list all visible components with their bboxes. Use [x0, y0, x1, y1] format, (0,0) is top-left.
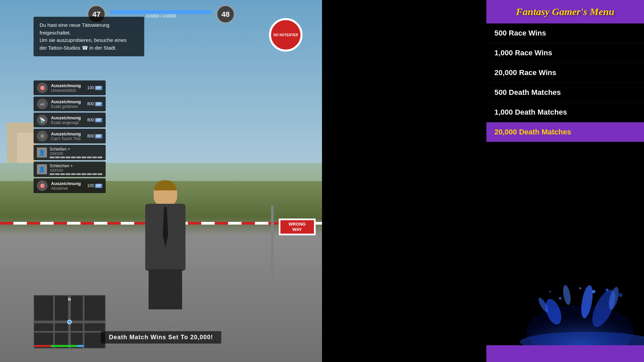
award-icon-4: ⚙ — [37, 131, 48, 141]
do-not-enter-sign: DO NOT ENTER — [266, 18, 306, 72]
awards-container: 🎯 Auszeichnung Unverwüstlich 100 RP 🏎 Au… — [34, 80, 106, 193]
skill-info-stealth: Schleichen + 100/100 — [50, 164, 102, 175]
health-fill — [111, 10, 211, 14]
rp-badge-2: RP — [95, 102, 102, 106]
minimap-svg: N — [34, 296, 105, 348]
svg-point-6 — [67, 320, 71, 324]
skill-val-shooting: 100/100 — [50, 152, 102, 156]
menu-item-20000-death-matches[interactable]: 20,000 Death Matches — [486, 122, 644, 142]
award-rp-3: 800 RP — [87, 118, 102, 122]
enter-text: ENTER — [286, 33, 298, 37]
award-subtitle-3: Exakt angesagt — [51, 120, 84, 125]
award-info-5: Auszeichnung Absahner — [51, 181, 84, 191]
subtitle-bar: Death Match Wins Set To 20,000! — [101, 331, 221, 344]
menu-panel: Fantasy Gamer's Menu 500 Race Wins 1,000… — [486, 0, 644, 362]
menu-item-20000-race-wins[interactable]: 20,000 Race Wins — [486, 63, 644, 83]
minimap: N — [34, 295, 106, 349]
award-item-5: 🎯 Auszeichnung Absahner 100 RP — [34, 178, 106, 193]
wrong-way-line1: WRONG — [288, 222, 306, 227]
skill-name-stealth: Schleichen + — [50, 164, 102, 168]
game-viewport: DO NOT ENTER WRONG WAY 47 416600 / 41660… — [0, 0, 322, 362]
skill-info-shooting: Schießen + 100/100 — [50, 147, 102, 158]
award-subtitle-1: Unverwüstlich — [51, 88, 84, 93]
award-title-4: Auszeichnung — [51, 131, 84, 136]
player-character — [135, 180, 196, 308]
award-item-2: 🏎 Auszeichnung Exakt gefahren 800 RP — [34, 97, 106, 111]
char-hair — [154, 180, 177, 190]
rp-value-3: 800 — [87, 118, 94, 122]
wrong-way-line2: WAY — [292, 227, 302, 232]
notification-box: Du hast eine neue Tätowierung freigescha… — [34, 17, 144, 56]
level-badge-right: 48 — [216, 5, 235, 23]
svg-point-16 — [562, 285, 572, 306]
svg-point-19 — [579, 287, 581, 289]
menu-bottom-bar — [486, 345, 644, 362]
menu-decoration — [486, 272, 644, 345]
rp-value-2: 800 — [87, 102, 94, 106]
sign-pole — [271, 206, 274, 290]
award-subtitle-4: Can't Touch This — [51, 136, 84, 141]
menu-header: Fantasy Gamer's Menu — [486, 0, 644, 23]
award-info-4: Auszeichnung Can't Touch This — [51, 131, 84, 141]
menu-item-500-race-wins[interactable]: 500 Race Wins — [486, 23, 644, 43]
menu-item-500-death-matches[interactable]: 500 Death Matches — [486, 83, 644, 103]
award-subtitle-2: Exakt gefahren — [51, 104, 84, 109]
award-info-1: Auszeichnung Unverwüstlich — [51, 83, 84, 93]
do-not-enter-text: DO NOT — [274, 33, 287, 37]
svg-rect-8 — [34, 345, 51, 347]
award-title-2: Auszeichnung — [51, 99, 84, 104]
award-rp-1: 100 RP — [87, 85, 102, 90]
menu-items-list: 500 Race Wins 1,000 Race Wins 20,000 Rac… — [486, 23, 644, 142]
char-head — [154, 180, 177, 205]
rp-value-5: 100 — [87, 183, 94, 188]
wrong-way-sign: WRONG WAY — [279, 219, 316, 235]
award-icon-1: 🎯 — [37, 82, 48, 93]
skill-name-shooting: Schießen + — [50, 147, 102, 152]
rp-badge-1: RP — [95, 86, 102, 90]
skill-item-shooting: 👤 Schießen + 100/100 — [34, 145, 106, 160]
notification-text: Du hast eine neue Tätowierung freigescha… — [40, 21, 138, 52]
award-info-3: Auszeichnung Exakt angesagt — [51, 115, 84, 125]
award-rp-5: 100 RP — [87, 183, 102, 188]
svg-point-18 — [592, 290, 595, 293]
rp-badge-5: RP — [95, 184, 102, 188]
skill-val-stealth: 100/100 — [50, 168, 102, 172]
svg-rect-10 — [77, 345, 84, 347]
award-item-1: 🎯 Auszeichnung Unverwüstlich 100 RP — [34, 80, 106, 95]
award-title-5: Auszeichnung — [51, 181, 84, 186]
svg-point-22 — [559, 297, 561, 300]
award-item-4: ⚙ Auszeichnung Can't Touch This 800 RP — [34, 129, 106, 143]
subtitle-text: Death Match Wins Set To 20,000! — [109, 334, 213, 341]
rp-badge-4: RP — [95, 134, 102, 138]
skill-avatar-stealth: 👤 — [37, 164, 47, 174]
char-legs — [149, 269, 182, 309]
svg-rect-9 — [51, 345, 77, 347]
award-icon-2: 🏎 — [37, 99, 48, 109]
menu-item-1000-race-wins[interactable]: 1,000 Race Wins — [486, 43, 644, 63]
award-icon-3: 📡 — [37, 115, 48, 125]
skill-item-stealth: 👤 Schleichen + 100/100 — [34, 162, 106, 177]
award-item-3: 📡 Auszeichnung Exakt angesagt 800 RP — [34, 113, 106, 127]
blue-splash-svg — [486, 272, 644, 345]
svg-point-23 — [549, 291, 551, 293]
svg-text:N: N — [68, 297, 71, 301]
menu-item-1000-death-matches[interactable]: 1,000 Death Matches — [486, 103, 644, 122]
rp-value-1: 100 — [87, 85, 94, 90]
skill-bar-shooting — [50, 157, 102, 158]
health-bar — [111, 10, 211, 14]
rp-value-4: 800 — [87, 134, 94, 138]
award-title-3: Auszeichnung — [51, 115, 84, 120]
rp-badge-3: RP — [95, 118, 102, 122]
svg-point-21 — [619, 293, 623, 297]
award-info-2: Auszeichnung Exakt gefahren — [51, 99, 84, 109]
award-title-1: Auszeichnung — [51, 83, 84, 88]
award-rp-4: 800 RP — [87, 134, 102, 138]
award-icon-5: 🎯 — [37, 180, 48, 191]
do-not-enter-circle: DO NOT ENTER — [269, 18, 303, 52]
skill-avatar-shooting: 👤 — [37, 147, 47, 158]
svg-point-20 — [606, 289, 608, 291]
award-rp-2: 800 RP — [87, 102, 102, 106]
award-subtitle-5: Absahner — [51, 186, 84, 191]
menu-title: Fantasy Gamer's Menu — [493, 6, 637, 17]
skill-bar-stealth — [50, 173, 102, 175]
